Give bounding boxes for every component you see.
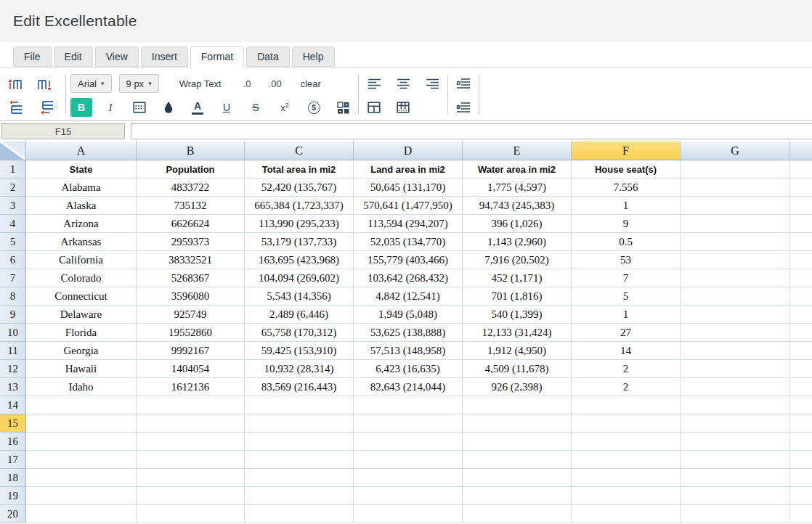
cell[interactable]: 113,594 (294,207) — [354, 215, 463, 233]
column-header-f[interactable]: F — [572, 142, 681, 160]
cell[interactable]: 570,641 (1,477,950) — [354, 197, 463, 215]
cell[interactable] — [681, 251, 790, 269]
number-format-button[interactable] — [332, 98, 354, 117]
row-header-7[interactable]: 7 — [0, 269, 26, 287]
cell[interactable] — [681, 197, 790, 215]
tab-insert[interactable]: Insert — [141, 46, 188, 67]
select-all-corner[interactable] — [0, 142, 26, 160]
cell[interactable]: 52,035 (134,770) — [354, 233, 463, 251]
cell[interactable] — [572, 487, 681, 505]
cell[interactable] — [137, 414, 245, 433]
cell[interactable] — [790, 433, 812, 451]
cell[interactable]: 1404054 — [137, 360, 245, 378]
borders-button[interactable] — [129, 98, 150, 117]
cell[interactable]: 1 — [572, 197, 681, 215]
cell[interactable]: 94,743 (245,383) — [463, 197, 572, 215]
row-header-8[interactable]: 8 — [0, 287, 26, 306]
cell[interactable]: 83,569 (216,443) — [245, 378, 354, 396]
cell[interactable]: 540 (1,399) — [463, 306, 572, 324]
cell[interactable]: Population — [137, 160, 245, 179]
cell[interactable] — [790, 469, 812, 487]
cell[interactable] — [681, 287, 790, 306]
cell[interactable]: 50,645 (131,170) — [354, 179, 463, 197]
cell[interactable]: 53,179 (137,733) — [245, 233, 354, 251]
cell[interactable]: 5 — [572, 287, 681, 306]
cell[interactable] — [681, 233, 790, 251]
row-header-3[interactable]: 3 — [0, 197, 26, 215]
cell[interactable] — [572, 451, 681, 469]
cell[interactable]: 38332521 — [137, 251, 245, 269]
cell[interactable] — [790, 197, 812, 215]
cell[interactable] — [572, 414, 681, 433]
cell[interactable]: Colorado — [26, 269, 137, 287]
cell[interactable]: 1,912 (4,950) — [463, 342, 572, 360]
cell[interactable] — [572, 505, 681, 523]
column-header-g[interactable]: G — [681, 142, 790, 160]
cell[interactable]: State — [26, 160, 137, 179]
cell[interactable]: 735132 — [137, 197, 245, 215]
cell[interactable]: 10,932 (28,314) — [245, 360, 354, 378]
cell[interactable]: 65,758 (170,312) — [245, 324, 354, 342]
cell[interactable]: 104,094 (269,602) — [245, 269, 354, 287]
align-left-button[interactable] — [363, 74, 385, 93]
text-color-button[interactable]: A — [187, 98, 208, 117]
row-header-20[interactable]: 20 — [0, 505, 26, 523]
indent-decrease-button[interactable] — [452, 98, 474, 117]
currency-format-button[interactable]: $ — [303, 98, 325, 117]
cell[interactable]: 3596080 — [137, 287, 245, 306]
cell[interactable] — [790, 342, 812, 360]
cell[interactable]: House seat(s) — [572, 160, 681, 179]
cell[interactable] — [354, 505, 463, 523]
cell[interactable] — [463, 396, 572, 414]
cell[interactable] — [245, 433, 354, 451]
formula-input[interactable] — [131, 123, 812, 139]
cell[interactable]: 53 — [572, 251, 681, 269]
cell[interactable]: 926 (2,398) — [463, 378, 572, 396]
cell[interactable]: Land area in mi2 — [354, 160, 463, 179]
row-header-12[interactable]: 12 — [0, 360, 26, 378]
cell[interactable] — [26, 505, 137, 523]
cell[interactable]: 1612136 — [137, 378, 245, 396]
column-header-b[interactable]: B — [137, 142, 245, 160]
cell[interactable] — [790, 233, 812, 251]
cell[interactable]: 5268367 — [137, 269, 245, 287]
cell[interactable] — [681, 360, 790, 378]
cell[interactable] — [790, 324, 812, 342]
cell[interactable] — [790, 215, 812, 233]
cell[interactable]: 396 (1,026) — [463, 215, 572, 233]
cell[interactable]: 2959373 — [137, 233, 245, 251]
cell[interactable]: California — [26, 251, 137, 269]
cell[interactable]: 52,420 (135,767) — [245, 179, 354, 197]
cell[interactable] — [354, 433, 463, 451]
cell[interactable]: 1,143 (2,960) — [463, 233, 572, 251]
cell[interactable]: Alaska — [26, 197, 137, 215]
cell[interactable] — [790, 160, 812, 179]
cell[interactable] — [354, 396, 463, 414]
align-center-button[interactable] — [392, 74, 414, 93]
cell[interactable] — [463, 469, 572, 487]
cell[interactable]: Arizona — [26, 215, 137, 233]
strikethrough-button[interactable]: S — [245, 98, 267, 117]
insert-column-left-button[interactable] — [5, 75, 27, 94]
cell[interactable] — [681, 179, 790, 197]
cell[interactable] — [354, 414, 463, 433]
cell-name-box[interactable]: F15 — [1, 123, 125, 139]
cell[interactable] — [245, 505, 354, 523]
cell[interactable] — [463, 487, 572, 505]
cell[interactable] — [681, 215, 790, 233]
cell[interactable] — [790, 251, 812, 269]
cell[interactable]: 12,133 (31,424) — [463, 324, 572, 342]
cell[interactable]: Hawaii — [26, 360, 137, 378]
cell[interactable]: 9992167 — [137, 342, 245, 360]
cell[interactable]: 5,543 (14,356) — [245, 287, 354, 306]
cell[interactable] — [245, 414, 354, 433]
tab-file[interactable]: File — [13, 46, 52, 67]
cell[interactable] — [681, 469, 790, 487]
cell[interactable]: Florida — [26, 324, 137, 342]
fill-color-button[interactable] — [158, 98, 179, 117]
cell[interactable] — [790, 451, 812, 469]
cell[interactable] — [790, 378, 812, 396]
cell[interactable]: 4,842 (12,541) — [354, 287, 463, 306]
row-header-17[interactable]: 17 — [0, 451, 26, 469]
cell[interactable]: 6626624 — [137, 215, 245, 233]
